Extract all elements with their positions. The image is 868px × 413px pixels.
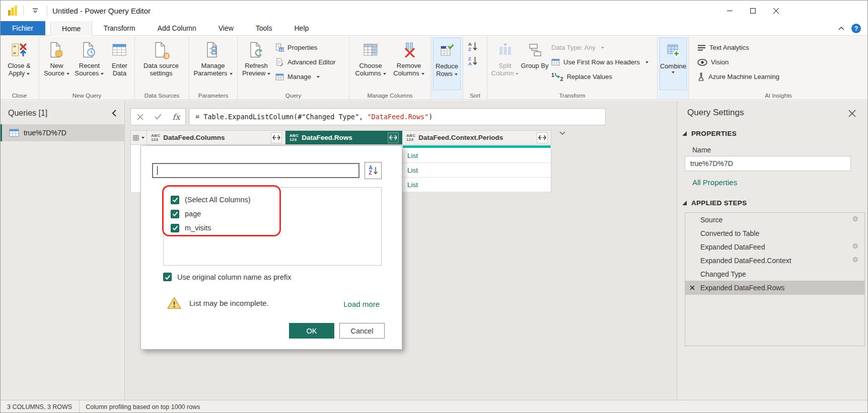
ribbon-group-query: Refresh Preview Properties: [238, 36, 349, 100]
cancel-button[interactable]: Cancel: [339, 323, 385, 339]
column-option-page[interactable]: page: [171, 207, 381, 221]
all-properties-link[interactable]: All Properties: [692, 178, 737, 187]
applied-step[interactable]: Source ⚙: [685, 213, 864, 226]
replace-values-button[interactable]: 1 2 Replace Values: [549, 70, 651, 83]
column-search-input[interactable]: [153, 164, 358, 177]
enter-data-button[interactable]: Enter Data: [107, 38, 132, 90]
select-all-columns-option[interactable]: (Select All Columns): [171, 193, 381, 207]
step-settings-gear-icon[interactable]: ⚙: [852, 242, 858, 250]
tab-home[interactable]: Home: [50, 21, 92, 36]
section-expanded-icon[interactable]: [682, 131, 687, 136]
dropdown-caret-icon: [421, 73, 424, 75]
help-icon[interactable]: ?: [851, 24, 861, 33]
warning-icon: [167, 297, 181, 309]
split-column-button[interactable]: Split Column: [489, 38, 521, 90]
column-header-datafeed-rows[interactable]: ABC123 DataFeed.Rows: [285, 130, 402, 145]
vision-button[interactable]: Vision: [695, 56, 782, 68]
delete-step-icon[interactable]: [690, 285, 695, 290]
query-settings-pane: Query Settings PROPERTIES Name All Prope…: [677, 101, 868, 400]
column-option-m-visits[interactable]: m_visits: [171, 221, 381, 235]
new-source-button[interactable]: New Source: [41, 38, 72, 90]
data-type-button[interactable]: Data Type: Any: [549, 41, 651, 54]
azure-machine-learning-button[interactable]: Azure Machine Learning: [695, 70, 782, 83]
recent-sources-button[interactable]: Recent Sources: [72, 38, 107, 90]
tab-transform[interactable]: Transform: [92, 21, 146, 35]
group-label-data-sources: Data Sources: [135, 93, 189, 99]
close-and-apply-button[interactable]: Close & Apply: [2, 38, 36, 90]
manage-button[interactable]: Manage: [273, 70, 338, 83]
tab-help[interactable]: Help: [283, 21, 320, 35]
checkbox-checked-icon[interactable]: [171, 210, 179, 218]
group-by-icon: [527, 40, 542, 59]
column-header-datafeed-columns[interactable]: ABC123 DataFeed.Columns: [147, 130, 285, 145]
remove-columns-button[interactable]: Remove Columns: [390, 38, 428, 90]
collapse-queries-pane-icon[interactable]: [112, 110, 116, 117]
expand-column-button[interactable]: [388, 132, 399, 143]
arrow-down-icon: [473, 42, 477, 51]
expand-column-button[interactable]: [271, 132, 282, 143]
sort-columns-button[interactable]: AZ: [365, 162, 382, 179]
table-cell-list[interactable]: List: [402, 163, 551, 178]
quick-access-toolbar-button[interactable]: [29, 4, 42, 17]
minimize-button[interactable]: [718, 0, 741, 21]
formula-commit-icon[interactable]: [151, 109, 166, 125]
advanced-editor-button[interactable]: Advanced Editor: [273, 56, 338, 68]
applied-step[interactable]: Converted to Table: [685, 226, 864, 240]
profiling-status[interactable]: Column profiling based on top 1000 rows: [86, 403, 200, 410]
enter-data-icon: [112, 40, 127, 59]
close-window-button[interactable]: [764, 0, 787, 21]
refresh-preview-button[interactable]: Refresh Preview: [240, 38, 273, 90]
table-cell-list[interactable]: List: [402, 148, 551, 163]
query-list-item[interactable]: true%7D%7D: [0, 124, 124, 141]
applied-step[interactable]: Expanded DataFeed.Context ⚙: [685, 254, 864, 267]
column-search-box[interactable]: [152, 163, 359, 178]
table-cell-list[interactable]: List: [402, 178, 551, 192]
checkbox-checked-icon[interactable]: [171, 224, 179, 232]
group-by-button[interactable]: Group By: [521, 38, 549, 90]
applied-step[interactable]: Changed Type: [685, 267, 864, 281]
titlebar-divider: [47, 6, 47, 16]
use-first-row-as-headers-button[interactable]: Use First Row as Headers: [549, 56, 651, 68]
select-all-rows-button[interactable]: [130, 130, 147, 145]
ok-button[interactable]: OK: [289, 323, 334, 339]
use-original-column-name-option[interactable]: Use original column name as prefix: [163, 273, 291, 281]
step-settings-gear-icon[interactable]: ⚙: [852, 215, 858, 223]
query-name-input[interactable]: [685, 156, 851, 171]
tab-add-column[interactable]: Add Column: [147, 21, 207, 35]
manage-parameters-button[interactable]: Manage Parameters: [191, 38, 235, 90]
arrow-down-icon: [374, 167, 378, 175]
applied-step[interactable]: Expanded DataFeed ⚙: [685, 240, 864, 254]
tab-tools[interactable]: Tools: [245, 21, 283, 35]
checkbox-checked-icon[interactable]: [171, 196, 179, 204]
collapse-ribbon-icon[interactable]: [838, 27, 844, 30]
formula-fx-icon[interactable]: fx: [169, 109, 184, 125]
reduce-rows-button[interactable]: Reduce Rows: [433, 38, 461, 90]
text-analytics-button[interactable]: Text Analytics: [695, 41, 782, 54]
choose-columns-button[interactable]: Choose Columns: [351, 38, 390, 90]
maximize-button[interactable]: [741, 0, 764, 21]
expand-column-button[interactable]: [537, 132, 548, 143]
load-more-link[interactable]: Load more: [343, 300, 380, 308]
formula-input[interactable]: = Table.ExpandListColumn(#"Changed Type"…: [189, 108, 606, 125]
formula-cancel-icon[interactable]: [132, 109, 148, 125]
applied-step-selected[interactable]: Expanded DataFeed.Rows: [685, 281, 864, 295]
section-expanded-icon[interactable]: [682, 201, 687, 205]
sort-ascending-button[interactable]: AZ: [465, 41, 480, 52]
close-apply-icon: [11, 40, 27, 59]
tab-fichier[interactable]: Fichier: [0, 21, 45, 35]
dropdown-caret-icon: [516, 73, 519, 75]
combine-button[interactable]: Combine: [660, 38, 687, 90]
data-source-settings-button[interactable]: ⚙ Data source settings: [137, 38, 185, 90]
close-settings-pane-icon[interactable]: [848, 110, 856, 117]
step-settings-gear-icon[interactable]: ⚙: [852, 256, 858, 264]
row-column-count: 3 COLUMNS, 3 ROWS: [0, 403, 72, 410]
expand-formula-bar-icon[interactable]: [559, 115, 600, 151]
queries-pane: Queries [1] true%7D%7D: [0, 101, 125, 400]
column-header-datafeed-context-periods[interactable]: ABC123 DataFeed.Context.Periods: [402, 130, 551, 145]
checkbox-checked-icon[interactable]: [163, 273, 172, 281]
properties-button[interactable]: Properties: [273, 41, 338, 54]
ribbon-group-sort: AZ ZA Sort: [463, 36, 487, 100]
tab-view[interactable]: View: [207, 21, 245, 35]
data-source-settings-icon: ⚙: [154, 40, 169, 59]
sort-descending-button[interactable]: ZA: [465, 55, 480, 67]
